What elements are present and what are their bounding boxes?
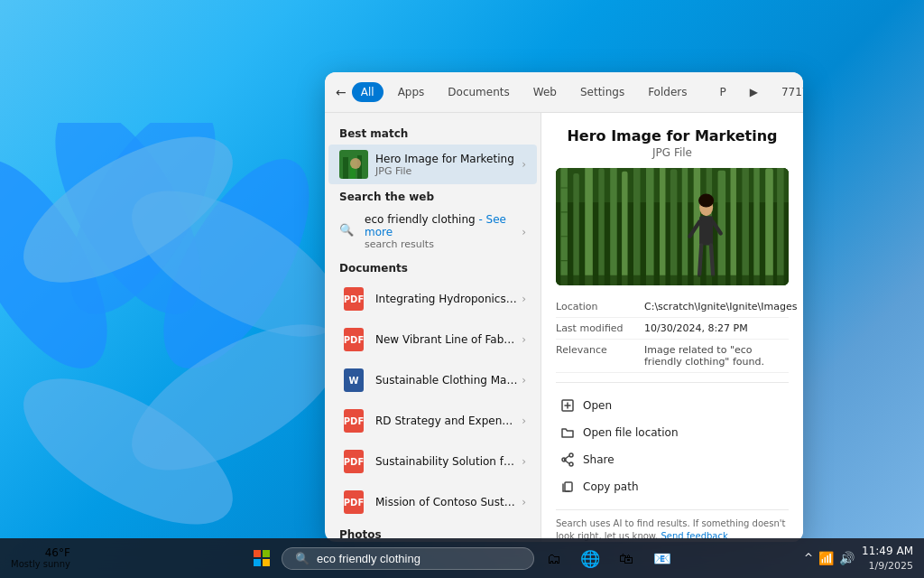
tab-web[interactable]: Web <box>524 82 566 102</box>
action-open-location[interactable]: Open file location <box>556 419 789 446</box>
meta-location: Location C:\scratch\Ignite\Ignite\Images <box>556 296 789 318</box>
detail-image <box>556 168 789 285</box>
detail-subtitle: JPG File <box>556 146 789 159</box>
svg-rect-52 <box>556 275 789 285</box>
doc-item-1[interactable]: PDF New Vibrant Line of Fabrics › <box>328 320 537 359</box>
detail-image-inner <box>556 168 789 285</box>
folder-icon <box>559 424 576 441</box>
svg-rect-32 <box>682 168 688 285</box>
tab-7717[interactable]: 7717 <box>772 82 803 102</box>
action-copy-path[interactable]: Copy path <box>556 473 789 500</box>
svg-rect-40 <box>777 168 784 285</box>
doc-text-3: RD Strategy and Expenses <box>375 415 518 427</box>
windows-bloom <box>0 123 343 538</box>
tab-documents[interactable]: Documents <box>439 82 518 102</box>
doc-arrow-2: › <box>522 374 526 387</box>
taskbar-right: ^ 📶 🔊 11:49 AM 1/9/2025 <box>804 544 913 573</box>
svg-rect-26 <box>610 168 617 285</box>
meta-location-label: Location <box>556 301 637 312</box>
doc-icon-2: W <box>339 366 368 395</box>
svg-rect-23 <box>573 173 578 285</box>
tab-folders[interactable]: Folders <box>639 82 696 102</box>
meta-location-value: C:\scratch\Ignite\Ignite\Images <box>644 301 797 312</box>
best-match-icon <box>339 150 368 179</box>
doc-item-0[interactable]: PDF Integrating Hydroponics in Manu... › <box>328 279 537 319</box>
tab-all[interactable]: All <box>352 82 383 102</box>
open-icon <box>559 397 576 414</box>
taskbar-date: 1/9/2025 <box>862 559 913 573</box>
doc-item-2[interactable]: W Sustainable Clothing Marketing ... › <box>328 360 537 400</box>
svg-rect-29 <box>646 168 654 285</box>
svg-rect-59 <box>565 482 572 491</box>
svg-rect-38 <box>753 168 759 285</box>
best-match-type: JPG File <box>375 165 518 177</box>
doc-icon-0: PDF <box>339 284 368 313</box>
sound-icon[interactable]: 🔊 <box>839 551 855 565</box>
svg-rect-39 <box>765 169 773 286</box>
taskbar-search[interactable]: 🔍 <box>282 547 534 570</box>
taskbar-search-input[interactable] <box>317 552 515 565</box>
best-match-arrow: › <box>522 158 526 171</box>
doc-name-3: RD Strategy and Expenses <box>375 415 518 427</box>
doc-item-3[interactable]: PDF RD Strategy and Expenses › <box>328 401 537 441</box>
footer-divider <box>556 509 789 510</box>
best-match-header: Best match <box>325 122 541 144</box>
action-location-label: Open file location <box>583 426 679 439</box>
doc-arrow-3: › <box>522 415 526 427</box>
svg-point-51 <box>698 193 714 207</box>
doc-text-5: Mission of Contoso Sustainable F... <box>375 496 518 508</box>
web-search-item[interactable]: 🔍 eco friendly clothing - See more searc… <box>328 208 537 256</box>
svg-rect-61 <box>263 550 270 557</box>
meta-modified: Last modified 10/30/2024, 8:27 PM <box>556 318 789 340</box>
network-icon[interactable]: 📶 <box>818 551 834 565</box>
detail-divider <box>556 382 789 383</box>
action-open[interactable]: Open <box>556 392 789 419</box>
tab-p[interactable]: P <box>710 82 735 102</box>
taskbar-left: 46°F Mostly sunny <box>11 546 78 570</box>
svg-line-50 <box>711 245 713 275</box>
clock[interactable]: 11:49 AM 1/9/2025 <box>862 544 913 573</box>
left-panel: Best match Hero Image for Marketing JPG … <box>325 113 541 542</box>
svg-rect-31 <box>670 170 678 285</box>
action-share[interactable]: Share <box>556 446 789 473</box>
doc-item-5[interactable]: PDF Mission of Contoso Sustainable F... … <box>328 482 537 522</box>
weather-desc: Mostly sunny <box>11 559 70 570</box>
best-match-item[interactable]: Hero Image for Marketing JPG File › <box>328 144 537 184</box>
taskbar-mail[interactable]: 📧 <box>646 542 679 574</box>
taskbar-store[interactable]: 🛍 <box>610 542 642 574</box>
detail-image-svg <box>556 168 789 285</box>
svg-rect-62 <box>254 559 261 566</box>
share-icon <box>559 452 576 468</box>
tab-settings[interactable]: Settings <box>571 82 633 102</box>
doc-arrow-1: › <box>522 333 526 346</box>
meta-modified-value: 10/30/2024, 8:27 PM <box>644 322 789 334</box>
svg-line-49 <box>699 245 701 275</box>
weather-widget[interactable]: 46°F Mostly sunny <box>11 546 70 570</box>
tab-apps[interactable]: Apps <box>389 82 434 102</box>
copy-icon <box>559 479 576 495</box>
doc-item-4[interactable]: PDF Sustainability Solution for Future .… <box>328 442 537 481</box>
web-query: eco friendly clothing <box>365 213 476 226</box>
svg-rect-63 <box>263 559 270 566</box>
taskbar-widgets[interactable]: 🗂 <box>538 542 570 574</box>
doc-text-2: Sustainable Clothing Marketing ... <box>375 374 518 387</box>
svg-rect-37 <box>742 168 749 285</box>
start-button[interactable] <box>245 542 278 574</box>
best-match-name: Hero Image for Marketing <box>375 153 518 165</box>
detail-title: Hero Image for Marketing <box>556 127 789 144</box>
tab-play[interactable]: ▶ <box>741 82 767 102</box>
doc-arrow-4: › <box>522 455 526 468</box>
meta-relevance-label: Relevance <box>556 344 637 368</box>
search-web-header: Search the web <box>325 185 541 207</box>
doc-icon-1: PDF <box>339 325 368 354</box>
back-button[interactable]: ← <box>336 79 346 105</box>
taskbar-edge[interactable]: 🌐 <box>574 542 606 574</box>
doc-icon-3: PDF <box>339 406 368 435</box>
web-search-sub: search results <box>365 238 518 250</box>
action-share-label: Share <box>583 453 614 466</box>
svg-point-55 <box>569 462 573 466</box>
chevron-icon[interactable]: ^ <box>804 552 813 564</box>
action-open-label: Open <box>583 399 612 412</box>
search-window: ← All Apps Documents Web Settings Folder… <box>325 72 803 542</box>
web-search-content: eco friendly clothing - See more search … <box>365 213 518 250</box>
